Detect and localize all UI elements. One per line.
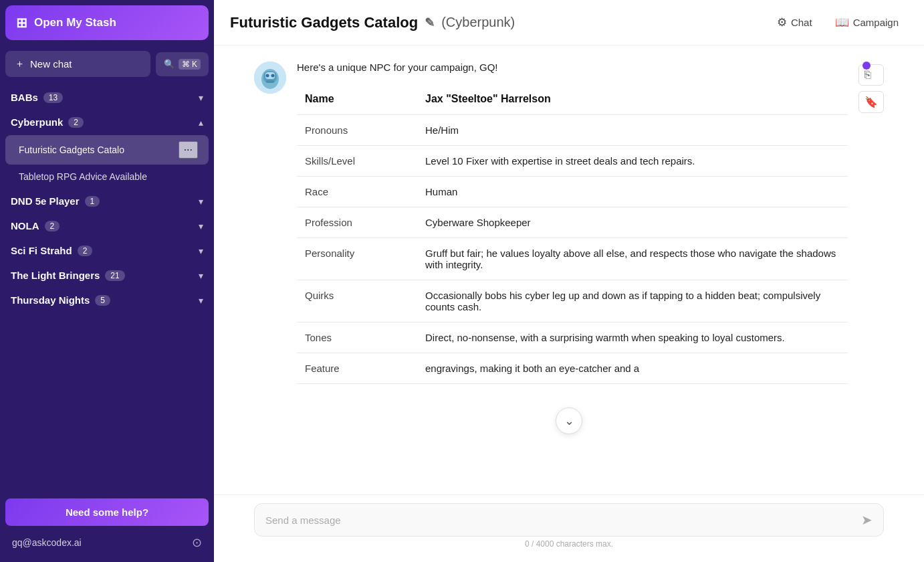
sidebar-top-bar: ＋ New chat 🔍 ⌘ K: [0, 45, 214, 82]
copy-icon: ⎘: [864, 69, 871, 81]
help-button[interactable]: Need some help?: [5, 498, 209, 526]
sidebar-section-thursday[interactable]: Thursday Nights 5 ▾: [0, 288, 214, 312]
chevron-down-icon: ▾: [199, 92, 203, 103]
npc-field-label: Profession: [297, 207, 417, 238]
new-chat-button[interactable]: ＋ New chat: [5, 51, 150, 77]
message-actions: ⎘ 🔖: [858, 62, 884, 384]
send-icon: ➤: [861, 512, 873, 528]
dnd5e-badge: 1: [85, 196, 100, 207]
chevron-up-icon: ▴: [199, 117, 203, 128]
chevron-down-icon: ▾: [199, 295, 203, 306]
table-row: NameJax "Steeltoe" Harrelson: [297, 84, 848, 115]
chevron-down-icon: ▾: [199, 270, 203, 281]
chat-button[interactable]: ⚙ Chat: [768, 10, 822, 35]
edit-icon[interactable]: ✎: [425, 15, 435, 30]
title-text: Futuristic Gadgets Catalog: [230, 14, 418, 31]
item-menu-button[interactable]: ···: [179, 141, 198, 159]
sidebar-section-lightbringers[interactable]: The Light Bringers 21 ▾: [0, 263, 214, 288]
message-body: Here's a unique NPC for your campaign, G…: [297, 62, 848, 384]
scifi-badge: 2: [78, 246, 93, 256]
search-icon: 🔍: [164, 59, 175, 69]
babs-badge: 13: [43, 92, 63, 103]
npc-field-value: Cyberware Shopkeeper: [417, 207, 848, 238]
sidebar-nav: BABs 13 ▾ Cyberpunk 2 ▴ Futuristic Gadge…: [0, 82, 214, 492]
scroll-down-button[interactable]: ⌄: [556, 407, 582, 434]
svg-point-4: [266, 74, 269, 78]
npc-field-label: Tones: [297, 322, 417, 353]
chat-label: Chat: [791, 17, 812, 28]
svg-rect-6: [266, 80, 274, 83]
lightbringers-badge: 21: [105, 270, 124, 281]
open-stash-button[interactable]: ⊞ Open My Stash: [5, 5, 209, 40]
search-shortcut: ⌘ K: [179, 59, 201, 70]
char-count: 0 / 4000 characters max.: [254, 539, 884, 549]
user-row: gq@askcodex.ai ⊙: [5, 530, 209, 555]
nola-badge: 2: [45, 221, 60, 231]
send-button[interactable]: ➤: [861, 512, 873, 528]
npc-field-value: Human: [417, 177, 848, 207]
npc-field-label: Skills/Level: [297, 146, 417, 177]
table-row: TonesDirect, no-nonsense, with a surpris…: [297, 322, 848, 353]
bookmark-icon: 🔖: [864, 96, 878, 108]
thursday-badge: 5: [95, 295, 110, 306]
copy-button[interactable]: ⎘: [858, 64, 884, 86]
cyberpunk-badge: 2: [68, 117, 84, 128]
npc-field-value: engravings, making it both an eye-catche…: [417, 353, 848, 384]
open-stash-label: Open My Stash: [34, 16, 116, 29]
npc-field-label: Name: [297, 84, 417, 115]
npc-field-value: Occasionally bobs his cyber leg up and d…: [417, 280, 848, 322]
chat-area[interactable]: Here's a unique NPC for your campaign, G…: [214, 45, 924, 494]
chevron-down-icon: ▾: [199, 246, 203, 256]
campaign-button[interactable]: 📖 Campaign: [826, 10, 908, 35]
help-label: Need some help?: [66, 506, 148, 518]
table-row: ProfessionCyberware Shopkeeper: [297, 207, 848, 238]
chat-input-area: ➤ 0 / 4000 characters max.: [214, 494, 924, 562]
svg-point-5: [271, 74, 275, 78]
sidebar-section-cyberpunk[interactable]: Cyberpunk 2 ▴: [0, 110, 214, 134]
thursday-label: Thursday Nights: [11, 294, 90, 306]
stash-icon: ⊞: [16, 15, 27, 31]
tabletop-rpg-label: Tabletop RPG Advice Available: [19, 171, 198, 182]
book-icon: 📖: [835, 15, 849, 29]
sidebar-section-babs[interactable]: BABs 13 ▾: [0, 85, 214, 110]
futuristic-gadgets-label: Futuristic Gadgets Catalo: [19, 145, 179, 155]
header-actions: ⚙ Chat 📖 Campaign: [768, 10, 908, 35]
chevron-down-icon: ▾: [199, 221, 203, 231]
gear-icon: ⚙: [777, 15, 787, 29]
sidebar-section-nola[interactable]: NOLA 2 ▾: [0, 213, 214, 238]
message-block: Here's a unique NPC for your campaign, G…: [254, 62, 884, 384]
table-row: PersonalityGruff but fair; he values loy…: [297, 238, 848, 280]
table-row: Featureengravings, making it both an eye…: [297, 353, 848, 384]
title-tag: (Cyberpunk): [441, 15, 515, 30]
table-row: QuirksOccasionally bobs his cyber leg up…: [297, 280, 848, 322]
npc-field-label: Feature: [297, 353, 417, 384]
search-button[interactable]: 🔍 ⌘ K: [156, 52, 209, 76]
scifi-label: Sci Fi Strahd: [11, 245, 72, 256]
npc-field-label: Pronouns: [297, 115, 417, 146]
npc-field-value: Jax "Steeltoe" Harrelson: [417, 84, 848, 115]
sidebar-footer: Need some help? gq@askcodex.ai ⊙: [0, 492, 214, 562]
chat-input[interactable]: [265, 514, 853, 526]
chevron-down-icon: ⌄: [564, 413, 574, 428]
npc-field-label: Personality: [297, 238, 417, 280]
user-email: gq@askcodex.ai: [12, 537, 82, 548]
sidebar-item-tabletop-rpg[interactable]: Tabletop RPG Advice Available: [5, 165, 209, 188]
user-menu-button[interactable]: ⊙: [192, 535, 202, 550]
table-row: RaceHuman: [297, 177, 848, 207]
nola-label: NOLA: [11, 220, 39, 231]
table-row: Skills/LevelLevel 10 Fixer with expertis…: [297, 146, 848, 177]
avatar: [254, 62, 286, 94]
bookmark-button[interactable]: 🔖: [858, 91, 884, 113]
plus-icon: ＋: [15, 58, 25, 70]
sidebar-item-futuristic-gadgets[interactable]: Futuristic Gadgets Catalo ···: [5, 135, 209, 165]
npc-field-value: He/Him: [417, 115, 848, 146]
sidebar-section-dnd5e[interactable]: DND 5e Player 1 ▾: [0, 189, 214, 213]
sidebar-section-scifi[interactable]: Sci Fi Strahd 2 ▾: [0, 238, 214, 263]
online-indicator: [862, 62, 871, 70]
npc-field-label: Race: [297, 177, 417, 207]
table-row: PronounsHe/Him: [297, 115, 848, 146]
babs-label: BABs: [11, 92, 38, 103]
sidebar: ⊞ Open My Stash ＋ New chat 🔍 ⌘ K BABs 13…: [0, 0, 214, 562]
npc-table: NameJax "Steeltoe" HarrelsonPronounsHe/H…: [297, 84, 848, 384]
input-row: ➤: [254, 503, 884, 537]
